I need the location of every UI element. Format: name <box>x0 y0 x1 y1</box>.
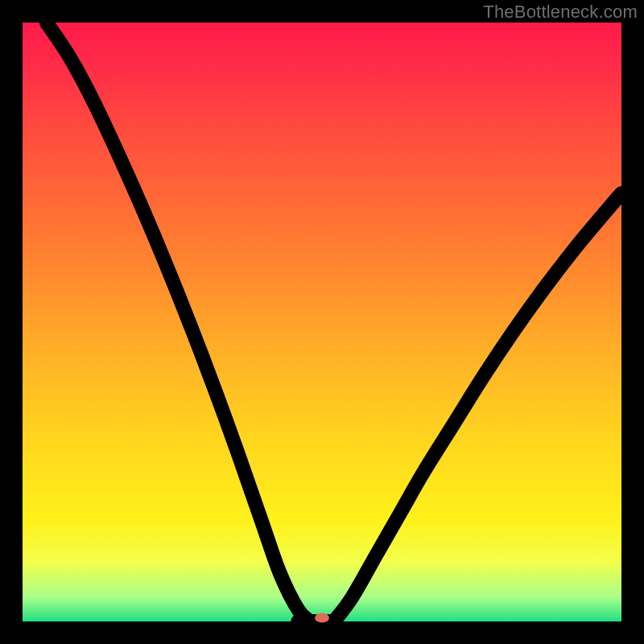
watermark-text: TheBottleneck.com <box>483 2 638 23</box>
chart-area <box>23 23 621 621</box>
minimum-marker <box>315 613 329 623</box>
curve-right-branch <box>334 193 621 621</box>
chart-svg <box>23 23 621 621</box>
curve-left-branch <box>47 23 310 621</box>
